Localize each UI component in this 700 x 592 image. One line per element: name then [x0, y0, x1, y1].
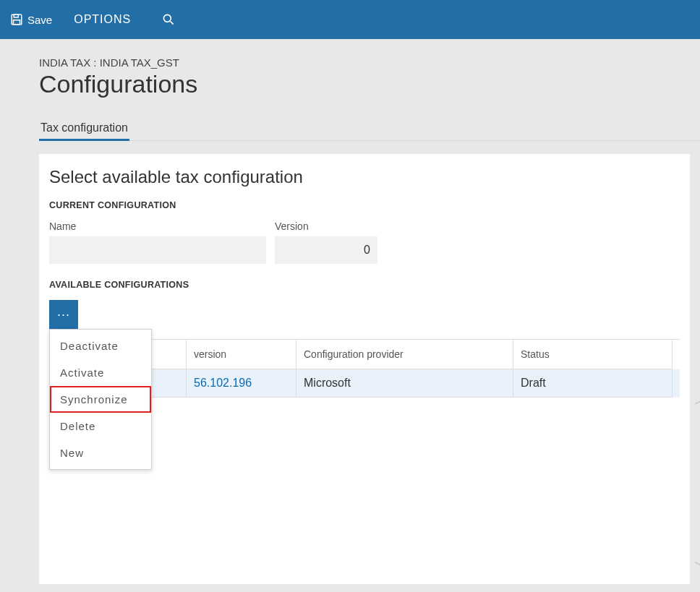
- svg-point-3: [164, 14, 171, 22]
- save-label: Save: [27, 14, 52, 26]
- save-button[interactable]: Save: [10, 13, 52, 26]
- col-header-status[interactable]: Status: [513, 340, 673, 369]
- panel-title: Select available tax configuration: [49, 167, 680, 187]
- menu-item-synchronize[interactable]: Synchronize: [50, 386, 151, 413]
- name-input[interactable]: [49, 236, 266, 264]
- more-actions-button[interactable]: ··· Deactivate Activate Synchronize Dele…: [49, 300, 78, 329]
- scroll-down-icon[interactable]: ﹀: [694, 555, 700, 577]
- current-config-fields: Name Version: [49, 220, 680, 264]
- options-button[interactable]: OPTIONS: [74, 13, 131, 26]
- version-input[interactable]: [275, 236, 377, 264]
- page-title: Configurations: [39, 70, 700, 98]
- search-icon: [161, 12, 176, 27]
- panel: Select available tax configuration CURRE…: [39, 154, 690, 584]
- scroll-up-icon[interactable]: ︿: [694, 389, 700, 411]
- col-header-provider[interactable]: Configuration provider: [296, 340, 513, 369]
- available-config-header: AVAILABLE CONFIGURATIONS: [49, 280, 680, 290]
- breadcrumb: INDIA TAX : INDIA TAX_GST: [39, 56, 700, 69]
- page: INDIA TAX : INDIA TAX_GST Configurations…: [0, 39, 700, 584]
- svg-rect-1: [14, 14, 18, 17]
- name-label: Name: [49, 220, 266, 232]
- tab-tax-configuration[interactable]: Tax configuration: [39, 119, 129, 140]
- cell-provider: Microsoft: [296, 369, 513, 398]
- scrollbar[interactable]: ︿ ﹀: [694, 389, 700, 577]
- version-label: Version: [275, 220, 377, 232]
- menu-item-delete[interactable]: Delete: [50, 413, 151, 439]
- options-label: OPTIONS: [74, 13, 131, 26]
- tab-row: Tax configuration: [39, 119, 700, 141]
- menu-item-deactivate[interactable]: Deactivate: [50, 333, 151, 359]
- cell-status: Draft: [513, 369, 673, 398]
- toolbar: Save OPTIONS: [0, 0, 700, 39]
- tab-label: Tax configuration: [40, 121, 128, 134]
- svg-rect-2: [14, 20, 20, 25]
- col-header-version[interactable]: version: [187, 340, 296, 369]
- cell-version[interactable]: 56.102.196: [187, 369, 296, 398]
- version-field: Version: [275, 220, 377, 264]
- search-button[interactable]: [161, 12, 176, 27]
- menu-item-new[interactable]: New: [50, 439, 151, 466]
- grid-wrap: ··· Deactivate Activate Synchronize Dele…: [49, 300, 680, 398]
- actions-menu: Deactivate Activate Synchronize Delete N…: [49, 329, 152, 470]
- current-config-header: CURRENT CONFIGURATION: [49, 200, 680, 210]
- ellipsis-icon: ···: [57, 307, 70, 322]
- name-field: Name: [49, 220, 266, 264]
- save-icon: [10, 13, 23, 26]
- svg-line-4: [171, 22, 174, 25]
- menu-item-activate[interactable]: Activate: [50, 359, 151, 386]
